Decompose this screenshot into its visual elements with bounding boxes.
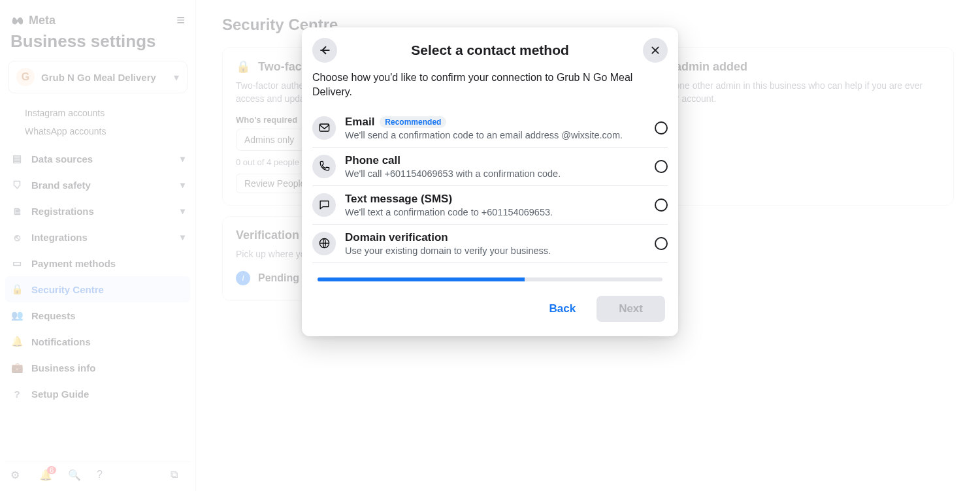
- option-subtitle: We'll text a confirmation code to +60115…: [345, 207, 645, 217]
- close-icon: [650, 45, 661, 55]
- contact-option-sms[interactable]: Text message (SMS) We'll text a confirma…: [312, 186, 668, 225]
- option-subtitle: We'll send a confirmation code to an ema…: [345, 130, 645, 140]
- close-button[interactable]: [643, 38, 668, 63]
- radio-email[interactable]: [655, 121, 668, 135]
- svg-rect-0: [319, 124, 329, 131]
- option-title: Phone call: [345, 154, 645, 167]
- back-arrow-button[interactable]: [312, 38, 337, 63]
- option-title: Text message (SMS): [345, 193, 645, 206]
- recommended-badge: Recommended: [380, 116, 446, 128]
- email-icon: [312, 116, 336, 140]
- back-button[interactable]: Back: [538, 296, 588, 322]
- phone-icon: [312, 155, 336, 178]
- option-title: Email: [345, 116, 374, 129]
- option-title: Domain verification: [345, 231, 645, 244]
- next-button[interactable]: Next: [596, 296, 665, 322]
- globe-icon: [312, 232, 336, 255]
- contact-option-domain[interactable]: Domain verification Use your existing do…: [312, 225, 668, 263]
- contact-option-phone[interactable]: Phone call We'll call +601154069653 with…: [312, 148, 668, 186]
- radio-sms[interactable]: [655, 198, 668, 212]
- modal-overlay: Select a contact method Choose how you'd…: [0, 0, 980, 491]
- sms-icon: [312, 193, 336, 217]
- option-subtitle: We'll call +601154069653 with a confirma…: [345, 168, 645, 179]
- arrow-left-icon: [319, 44, 331, 56]
- modal-description: Choose how you'd like to confirm your co…: [312, 68, 668, 109]
- modal-title: Select a contact method: [337, 42, 643, 58]
- radio-domain[interactable]: [655, 237, 668, 250]
- contact-method-modal: Select a contact method Choose how you'd…: [302, 27, 678, 336]
- contact-option-email[interactable]: Email Recommended We'll send a confirmat…: [312, 109, 668, 148]
- option-subtitle: Use your existing domain to verify your …: [345, 246, 645, 256]
- radio-phone[interactable]: [655, 160, 668, 173]
